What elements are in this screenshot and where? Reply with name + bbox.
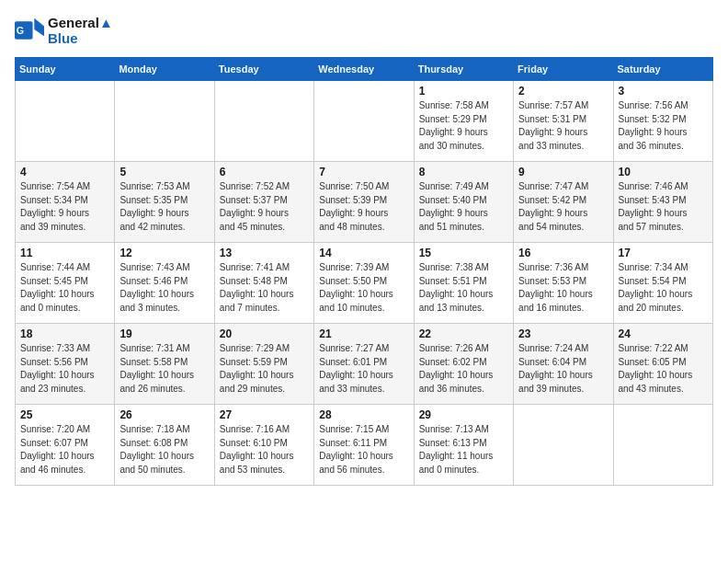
calendar-cell: 14Sunrise: 7:39 AM Sunset: 5:50 PM Dayli…: [314, 243, 414, 324]
day-info: Sunrise: 7:47 AM Sunset: 5:42 PM Dayligh…: [518, 180, 608, 234]
calendar-cell: 25Sunrise: 7:20 AM Sunset: 6:07 PM Dayli…: [16, 405, 115, 486]
day-number: 6: [220, 166, 309, 178]
day-number: 27: [220, 408, 309, 421]
calendar-row: 11Sunrise: 7:44 AM Sunset: 5:45 PM Dayli…: [16, 243, 713, 324]
calendar-cell: [613, 405, 712, 486]
day-number: 10: [619, 166, 708, 178]
calendar-cell: 12Sunrise: 7:43 AM Sunset: 5:46 PM Dayli…: [115, 243, 214, 324]
column-header-thursday: Thursday: [414, 58, 513, 81]
svg-marker-2: [34, 18, 44, 37]
day-number: 1: [419, 85, 508, 98]
calendar-cell: 5Sunrise: 7:53 AM Sunset: 5:35 PM Daylig…: [115, 162, 214, 243]
column-header-monday: Monday: [115, 58, 214, 81]
calendar-row: 1Sunrise: 7:58 AM Sunset: 5:29 PM Daylig…: [16, 81, 713, 162]
day-info: Sunrise: 7:34 AM Sunset: 5:54 PM Dayligh…: [619, 261, 708, 315]
day-number: 12: [119, 247, 209, 259]
calendar-cell: 18Sunrise: 7:33 AM Sunset: 5:56 PM Dayli…: [16, 324, 115, 405]
calendar-cell: 28Sunrise: 7:15 AM Sunset: 6:11 PM Dayli…: [314, 405, 414, 486]
column-header-sunday: Sunday: [16, 58, 115, 81]
day-info: Sunrise: 7:26 AM Sunset: 6:02 PM Dayligh…: [419, 342, 508, 396]
calendar-row: 18Sunrise: 7:33 AM Sunset: 5:56 PM Dayli…: [16, 324, 713, 405]
calendar-cell: [16, 81, 115, 162]
svg-text:G: G: [17, 25, 24, 36]
calendar-cell: 8Sunrise: 7:49 AM Sunset: 5:40 PM Daylig…: [414, 162, 513, 243]
day-info: Sunrise: 7:36 AM Sunset: 5:53 PM Dayligh…: [518, 261, 608, 315]
day-number: 19: [119, 327, 209, 340]
calendar-cell: 27Sunrise: 7:16 AM Sunset: 6:10 PM Dayli…: [214, 405, 313, 486]
day-info: Sunrise: 7:49 AM Sunset: 5:40 PM Dayligh…: [419, 180, 508, 234]
day-number: 5: [119, 166, 209, 178]
day-info: Sunrise: 7:50 AM Sunset: 5:39 PM Dayligh…: [319, 180, 408, 234]
column-header-tuesday: Tuesday: [214, 58, 313, 81]
calendar-cell: 6Sunrise: 7:52 AM Sunset: 5:37 PM Daylig…: [214, 162, 313, 243]
day-info: Sunrise: 7:33 AM Sunset: 5:56 PM Dayligh…: [20, 342, 109, 396]
calendar-cell: 15Sunrise: 7:38 AM Sunset: 5:51 PM Dayli…: [414, 243, 513, 324]
day-info: Sunrise: 7:58 AM Sunset: 5:29 PM Dayligh…: [419, 99, 508, 153]
day-number: 26: [119, 408, 209, 421]
day-info: Sunrise: 7:16 AM Sunset: 6:10 PM Dayligh…: [220, 423, 309, 477]
day-info: Sunrise: 7:57 AM Sunset: 5:31 PM Dayligh…: [518, 99, 608, 153]
day-number: 18: [20, 327, 109, 340]
day-info: Sunrise: 7:43 AM Sunset: 5:46 PM Dayligh…: [119, 261, 209, 315]
calendar-row: 4Sunrise: 7:54 AM Sunset: 5:34 PM Daylig…: [16, 162, 713, 243]
logo-icon: G: [15, 17, 44, 43]
day-info: Sunrise: 7:38 AM Sunset: 5:51 PM Dayligh…: [419, 261, 508, 315]
day-info: Sunrise: 7:52 AM Sunset: 5:37 PM Dayligh…: [220, 180, 309, 234]
day-number: 11: [20, 247, 109, 259]
calendar-cell: [514, 405, 613, 486]
day-info: Sunrise: 7:29 AM Sunset: 5:59 PM Dayligh…: [220, 342, 309, 396]
calendar-cell: 7Sunrise: 7:50 AM Sunset: 5:39 PM Daylig…: [314, 162, 414, 243]
calendar-cell: [314, 81, 414, 162]
day-number: 23: [518, 327, 608, 340]
calendar-cell: 23Sunrise: 7:24 AM Sunset: 6:04 PM Dayli…: [514, 324, 613, 405]
day-number: 22: [419, 327, 508, 340]
day-number: 13: [220, 247, 309, 259]
day-number: 25: [20, 408, 109, 421]
day-number: 14: [319, 247, 408, 259]
day-info: Sunrise: 7:18 AM Sunset: 6:08 PM Dayligh…: [119, 423, 209, 477]
day-number: 7: [319, 166, 408, 178]
day-number: 28: [319, 408, 408, 421]
day-number: 3: [619, 85, 708, 98]
day-number: 4: [20, 166, 109, 178]
day-number: 21: [319, 327, 408, 340]
calendar-cell: 10Sunrise: 7:46 AM Sunset: 5:43 PM Dayli…: [613, 162, 712, 243]
day-number: 17: [619, 247, 708, 259]
day-number: 2: [518, 85, 608, 98]
calendar-cell: 17Sunrise: 7:34 AM Sunset: 5:54 PM Dayli…: [613, 243, 712, 324]
day-info: Sunrise: 7:27 AM Sunset: 6:01 PM Dayligh…: [319, 342, 408, 396]
day-number: 24: [619, 327, 708, 340]
day-info: Sunrise: 7:46 AM Sunset: 5:43 PM Dayligh…: [619, 180, 708, 234]
calendar-cell: 3Sunrise: 7:56 AM Sunset: 5:32 PM Daylig…: [613, 81, 712, 162]
calendar-cell: [214, 81, 313, 162]
calendar-cell: 2Sunrise: 7:57 AM Sunset: 5:31 PM Daylig…: [514, 81, 613, 162]
calendar-cell: 19Sunrise: 7:31 AM Sunset: 5:58 PM Dayli…: [115, 324, 214, 405]
day-info: Sunrise: 7:24 AM Sunset: 6:04 PM Dayligh…: [518, 342, 608, 396]
day-number: 16: [518, 247, 608, 259]
header-row: SundayMondayTuesdayWednesdayThursdayFrid…: [16, 58, 713, 81]
logo: G General▲ Blue: [15, 15, 113, 46]
calendar-cell: 4Sunrise: 7:54 AM Sunset: 5:34 PM Daylig…: [16, 162, 115, 243]
day-number: 20: [220, 327, 309, 340]
column-header-friday: Friday: [514, 58, 613, 81]
day-number: 9: [518, 166, 608, 178]
calendar-row: 25Sunrise: 7:20 AM Sunset: 6:07 PM Dayli…: [16, 405, 713, 486]
calendar-cell: 16Sunrise: 7:36 AM Sunset: 5:53 PM Dayli…: [514, 243, 613, 324]
day-info: Sunrise: 7:20 AM Sunset: 6:07 PM Dayligh…: [20, 423, 109, 477]
calendar-cell: 24Sunrise: 7:22 AM Sunset: 6:05 PM Dayli…: [613, 324, 712, 405]
column-header-wednesday: Wednesday: [314, 58, 414, 81]
calendar-cell: 9Sunrise: 7:47 AM Sunset: 5:42 PM Daylig…: [514, 162, 613, 243]
day-info: Sunrise: 7:13 AM Sunset: 6:13 PM Dayligh…: [419, 423, 508, 477]
logo-text: General▲ Blue: [48, 15, 113, 46]
calendar-cell: 1Sunrise: 7:58 AM Sunset: 5:29 PM Daylig…: [414, 81, 513, 162]
calendar-cell: 11Sunrise: 7:44 AM Sunset: 5:45 PM Dayli…: [16, 243, 115, 324]
calendar-cell: 29Sunrise: 7:13 AM Sunset: 6:13 PM Dayli…: [414, 405, 513, 486]
day-info: Sunrise: 7:39 AM Sunset: 5:50 PM Dayligh…: [319, 261, 408, 315]
day-number: 8: [419, 166, 508, 178]
day-info: Sunrise: 7:15 AM Sunset: 6:11 PM Dayligh…: [319, 423, 408, 477]
day-info: Sunrise: 7:53 AM Sunset: 5:35 PM Dayligh…: [119, 180, 209, 234]
column-header-saturday: Saturday: [613, 58, 712, 81]
calendar-cell: [115, 81, 214, 162]
calendar-table: SundayMondayTuesdayWednesdayThursdayFrid…: [15, 57, 713, 486]
day-info: Sunrise: 7:44 AM Sunset: 5:45 PM Dayligh…: [20, 261, 109, 315]
